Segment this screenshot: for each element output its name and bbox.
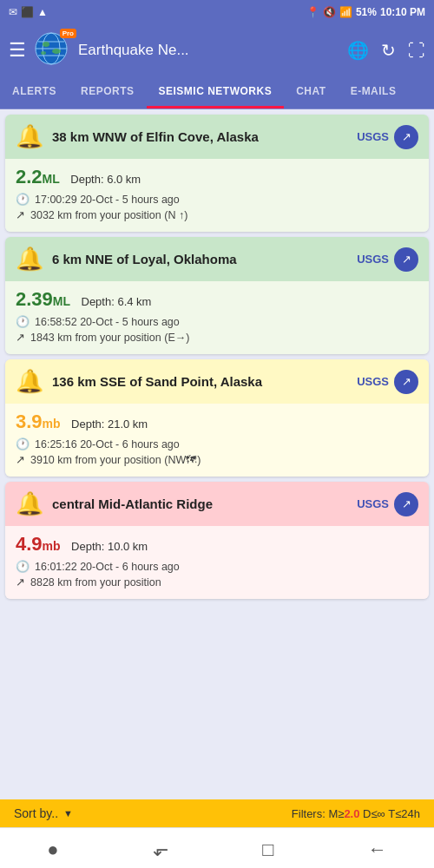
- pro-badge: Pro: [60, 29, 76, 38]
- refresh-button[interactable]: ↻: [381, 40, 396, 61]
- share-button-1[interactable]: ↗: [394, 125, 418, 149]
- app-header: ☰ Pro Earthquake Ne... 🌐 ↻ ⛶: [0, 24, 434, 76]
- filter-prefix: Filters: M≥: [292, 807, 345, 820]
- eq-card-body-1: 2.2ML Depth: 6.0 km 🕐 17:00:29 20-Oct - …: [5, 159, 429, 232]
- eq-time-3: 🕐 16:25:16 20-Oct - 6 hours ago: [16, 437, 418, 450]
- share-button-4[interactable]: ↗: [394, 492, 418, 516]
- eq-card-header-3: 🔔 136 km SSE of Sand Point, Alaska USGS …: [5, 359, 429, 404]
- eq-location-1: 38 km WNW of Elfin Cove, Alaska: [52, 128, 259, 146]
- earthquake-list: 🔔 38 km WNW of Elfin Cove, Alaska USGS ↗…: [0, 109, 434, 651]
- app-logo: Pro: [35, 32, 71, 69]
- eq-card-header-1: 🔔 38 km WNW of Elfin Cove, Alaska USGS ↗: [5, 115, 429, 159]
- usgs-label-2[interactable]: USGS: [357, 253, 389, 266]
- location-icon: 📍: [306, 6, 319, 18]
- earthquake-card-1: 🔔 38 km WNW of Elfin Cove, Alaska USGS ↗…: [5, 115, 429, 232]
- eq-header-left-3: 🔔 136 km SSE of Sand Point, Alaska: [16, 368, 350, 395]
- eq-magnitude-1: 2.2: [16, 166, 43, 187]
- eq-time-4: 🕐 16:01:22 20-Oct - 6 hours ago: [16, 560, 418, 573]
- eq-depth-3: Depth: 21.0 km: [71, 418, 148, 431]
- status-right-info: 📍 🔇 📶 51% 10:10 PM: [306, 6, 425, 18]
- eq-card-header-2: 🔔 6 km NNE of Loyal, Oklahoma USGS ↗: [5, 237, 429, 281]
- eq-header-left-1: 🔔 38 km WNW of Elfin Cove, Alaska: [16, 123, 350, 150]
- eq-magnitude-row-4: 4.9mb Depth: 10.0 km: [16, 533, 418, 556]
- eq-magnitude-type-3: mb: [43, 417, 61, 431]
- filter-suffix: D≤∞ T≤24h: [359, 807, 420, 820]
- svg-point-5: [43, 42, 49, 47]
- clock-icon-2: 🕐: [16, 315, 30, 328]
- sort-label: Sort by..: [14, 806, 58, 820]
- clock-icon-1: 🕐: [16, 193, 30, 206]
- navigation-bar: ● ⬐ □ ←: [0, 827, 434, 868]
- signal-icon: ▲: [37, 6, 48, 18]
- eq-time-text-4: 16:01:22 20-Oct - 6 hours ago: [35, 561, 180, 573]
- eq-header-left-4: 🔔 central Mid-Atlantic Ridge: [16, 490, 350, 517]
- earthquake-card-3: 🔔 136 km SSE of Sand Point, Alaska USGS …: [5, 359, 429, 477]
- clock-icon-4: 🕐: [16, 560, 30, 573]
- eq-time-text-3: 16:25:16 20-Oct - 6 hours ago: [35, 438, 180, 450]
- expand-button[interactable]: ⛶: [408, 41, 425, 61]
- nav-back-button[interactable]: ←: [351, 835, 404, 865]
- eq-magnitude-row-1: 2.2ML Depth: 6.0 km: [16, 166, 418, 188]
- usgs-label-1[interactable]: USGS: [357, 130, 389, 143]
- tab-seismic-networks[interactable]: SEISMIC NETWORKS: [147, 76, 285, 108]
- tab-chat[interactable]: CHAT: [284, 76, 338, 108]
- nav-apps-button[interactable]: □: [245, 835, 291, 865]
- nav-home-button[interactable]: ●: [30, 835, 76, 865]
- eq-distance-2: ↗ 1843 km from your position (E→): [16, 331, 418, 344]
- eq-header-left-2: 🔔 6 km NNE of Loyal, Oklahoma: [16, 246, 350, 273]
- compass-icon-1: ↗: [16, 208, 25, 221]
- eq-magnitude-row-2: 2.39ML Depth: 6.4 km: [16, 288, 418, 311]
- time: 10:10 PM: [380, 6, 425, 18]
- eq-card-header-4: 🔔 central Mid-Atlantic Ridge USGS ↗: [5, 482, 429, 526]
- status-bar: ✉ ⬛ ▲ 📍 🔇 📶 51% 10:10 PM: [0, 0, 434, 24]
- filter-bar: Sort by.. ▼ Filters: M≥2.0 D≤∞ T≤24h: [0, 799, 434, 827]
- eq-source-share-3: USGS ↗: [357, 370, 418, 394]
- clock-icon-3: 🕐: [16, 437, 30, 450]
- eq-time-2: 🕐 16:58:52 20-Oct - 5 hours ago: [16, 315, 418, 328]
- eq-distance-text-2: 1843 km from your position (E→): [30, 332, 189, 344]
- eq-depth-1: Depth: 6.0 km: [70, 173, 141, 186]
- usgs-label-3[interactable]: USGS: [357, 375, 389, 388]
- app-logo-wrap: Pro Earthquake Ne...: [35, 32, 339, 69]
- earthquake-icon-1: 🔔: [16, 123, 43, 150]
- tab-emails[interactable]: E-MAILS: [339, 76, 409, 108]
- tab-alerts[interactable]: ALERTS: [0, 76, 69, 108]
- tab-reports[interactable]: REPORTS: [69, 76, 147, 108]
- battery-level: 51%: [356, 6, 377, 18]
- compass-icon-3: ↗: [16, 453, 25, 466]
- eq-magnitude-type-2: ML: [53, 294, 70, 308]
- eq-magnitude-4: 4.9: [16, 533, 43, 555]
- eq-distance-3: ↗ 3910 km from your position (NW🗺): [16, 453, 418, 466]
- eq-location-2: 6 km NNE of Loyal, Oklahoma: [52, 251, 237, 268]
- usgs-label-4[interactable]: USGS: [357, 497, 389, 510]
- compass-icon-4: ↗: [16, 575, 25, 589]
- earthquake-icon-4: 🔔: [16, 490, 43, 517]
- header-actions: 🌐 ↻ ⛶: [347, 40, 425, 61]
- mute-icon: 🔇: [323, 6, 336, 18]
- filter-magnitude: 2.0: [344, 807, 359, 820]
- share-button-2[interactable]: ↗: [394, 247, 418, 272]
- wifi-icon: 📶: [339, 6, 352, 18]
- eq-card-body-3: 3.9mb Depth: 21.0 km 🕐 16:25:16 20-Oct -…: [5, 404, 429, 477]
- share-button-3[interactable]: ↗: [394, 370, 418, 394]
- earthquake-card-4: 🔔 central Mid-Atlantic Ridge USGS ↗ 4.9m…: [5, 482, 429, 599]
- eq-distance-1: ↗ 3032 km from your position (N ↑): [16, 208, 418, 221]
- eq-time-1: 🕐 17:00:29 20-Oct - 5 hours ago: [16, 193, 418, 206]
- eq-depth-2: Depth: 6.4 km: [82, 295, 152, 308]
- eq-card-body-2: 2.39ML Depth: 6.4 km 🕐 16:58:52 20-Oct -…: [5, 281, 429, 354]
- eq-magnitude-type-4: mb: [43, 539, 61, 553]
- svg-point-6: [52, 49, 61, 54]
- app-title: Earthquake Ne...: [78, 42, 339, 59]
- eq-source-share-2: USGS ↗: [357, 247, 418, 272]
- eq-distance-4: ↗ 8828 km from your position: [16, 575, 418, 589]
- sort-control[interactable]: Sort by.. ▼: [14, 806, 73, 820]
- globe-button[interactable]: 🌐: [347, 40, 369, 61]
- eq-card-body-4: 4.9mb Depth: 10.0 km 🕐 16:01:22 20-Oct -…: [5, 526, 429, 599]
- compass-icon-2: ↗: [16, 331, 25, 344]
- tab-bar: ALERTS REPORTS SEISMIC NETWORKS CHAT E-M…: [0, 76, 434, 109]
- notification-icon: ⬛: [21, 6, 34, 18]
- earthquake-icon-3: 🔔: [16, 368, 43, 395]
- eq-time-text-2: 16:58:52 20-Oct - 5 hours ago: [35, 316, 180, 328]
- nav-recent-button[interactable]: ⬐: [135, 835, 186, 865]
- menu-button[interactable]: ☰: [9, 39, 26, 62]
